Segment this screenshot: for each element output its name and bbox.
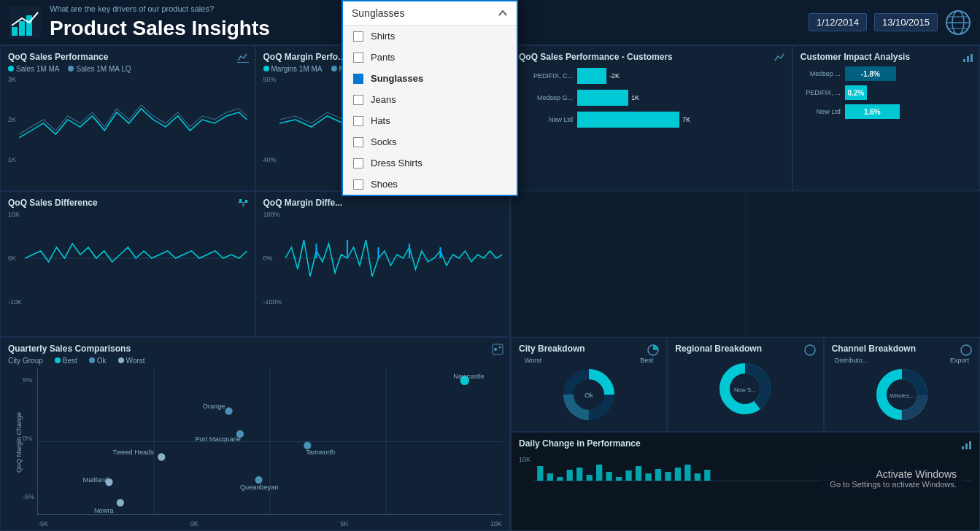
svg-text:Tweed Heads: Tweed Heads (113, 449, 155, 456)
date-end[interactable]: 13/10/2015 (874, 13, 938, 31)
svg-text:Wholes...: Wholes... (890, 392, 914, 399)
svg-rect-85 (704, 470, 710, 481)
svg-point-58 (961, 345, 971, 355)
dropdown-item-socks[interactable]: Socks (343, 131, 517, 152)
svg-rect-13 (245, 200, 247, 202)
svg-rect-10 (238, 202, 248, 203)
dropdown-item-hats[interactable]: Hats (343, 110, 517, 131)
dropdown-header[interactable]: Sunglasses (343, 1, 517, 26)
diff-chart-icon (237, 198, 249, 209)
dropdown-selected-value: Sunglasses (352, 7, 404, 19)
svg-text:Maitland: Maitland (83, 476, 109, 484)
svg-rect-73 (587, 475, 593, 481)
checkbox-pants[interactable] (353, 53, 363, 63)
regional-donut: New S... (675, 360, 815, 418)
dropdown-item-sunglasses[interactable]: Sunglasses (343, 68, 517, 89)
svg-point-42 (117, 499, 124, 506)
dropdown-item-shoes[interactable]: Shoes (343, 174, 517, 195)
header-question: What are the key drivers of our product … (50, 4, 214, 13)
city-breakdown-card: City Breakdown Worst Best (511, 337, 667, 432)
svg-text:Queanbeyan: Queanbeyan (240, 484, 279, 491)
customer-chart-icon (774, 52, 786, 63)
svg-rect-3 (26, 15, 32, 36)
svg-point-23 (499, 346, 501, 349)
svg-text:New S...: New S... (734, 387, 756, 393)
qoq-sales-chart: 3K 2K 1K (8, 76, 247, 163)
qoq-margin-diff-card: QoQ Margin Diffe... 100% 0% -100% (255, 191, 511, 337)
svg-rect-70 (557, 477, 563, 481)
dropdown-item-dress-shirts[interactable]: Dress Shirts (343, 152, 517, 174)
dropdown-item-pants[interactable]: Pants (343, 47, 517, 68)
placeholder-card-1 (511, 191, 746, 337)
legend-sales-ma-lq: Sales 1M MA LQ (76, 65, 131, 73)
date-start[interactable]: 1/12/2014 (809, 13, 867, 31)
qoq-sales-card: QoQ Sales Performance Sales 1M MA Sales … (0, 45, 255, 191)
svg-rect-68 (537, 466, 543, 481)
customer-perf-card: QoQ Sales Performance - Customers PEDIFI… (511, 45, 792, 191)
checkbox-dress-shirts[interactable] (353, 158, 363, 168)
svg-point-38 (255, 476, 262, 484)
bar-pedifix: PEDIFIX, C... -2K (522, 68, 784, 84)
checkbox-socks[interactable] (353, 137, 363, 147)
qoq-margin-diff-chart: 100% 0% -100% (263, 211, 503, 306)
qoq-sales-legend: Sales 1M MA Sales 1M MA LQ (8, 65, 247, 73)
svg-rect-44 (963, 59, 965, 62)
header-controls: 1/12/2014 13/10/2015 (809, 9, 971, 36)
channel-donut: Wholes... (832, 365, 972, 424)
city-breakdown-title: City Breakdown (519, 344, 585, 354)
svg-rect-69 (547, 473, 553, 481)
checkbox-hats[interactable] (353, 116, 363, 126)
channel-chart-icon (960, 344, 972, 356)
quarterly-title: Quarterly Sales Comparisons (8, 344, 502, 354)
impact-icon (962, 52, 973, 63)
qoq-diff-card: QoQ Sales Difference 10K 0K -10K (0, 191, 255, 337)
scatter-legend: City Group Best Ok Worst (8, 357, 502, 365)
svg-rect-64 (962, 446, 964, 449)
svg-rect-75 (606, 472, 611, 481)
svg-point-36 (158, 453, 165, 460)
item-label-dress-shirts: Dress Shirts (371, 158, 423, 168)
svg-rect-77 (625, 470, 631, 481)
activate-title: Activate Windows (830, 468, 957, 480)
regional-breakdown-card: Regional Breakdown New S... (667, 337, 823, 432)
item-label-shoes: Shoes (371, 179, 398, 190)
checkbox-jeans[interactable] (353, 95, 363, 105)
svg-rect-45 (967, 56, 969, 62)
activate-windows-watermark: Activate Windows Go to Settings to activ… (821, 462, 965, 495)
checkbox-shoes[interactable] (353, 179, 363, 190)
item-label-socks: Socks (371, 136, 396, 147)
svg-rect-82 (675, 468, 681, 481)
svg-text:Orange: Orange (203, 403, 225, 410)
city-chart-icon (647, 344, 659, 356)
city-donut: Ok (519, 365, 659, 424)
svg-rect-12 (242, 204, 244, 206)
regional-chart-icon (804, 344, 816, 356)
item-label-sunglasses: Sunglasses (371, 73, 423, 84)
svg-rect-66 (969, 441, 971, 449)
checkbox-shirts[interactable] (353, 31, 363, 42)
breakdown-row: City Breakdown Worst Best (511, 337, 980, 432)
export-icon (492, 344, 503, 355)
daily-chart-icon (960, 439, 972, 451)
svg-rect-72 (576, 468, 582, 481)
header-title: Product Sales Insights (50, 17, 270, 40)
svg-rect-71 (567, 470, 573, 481)
svg-rect-83 (684, 465, 690, 481)
activate-sub: Go to Settings to activate Windows. (830, 480, 957, 489)
customer-bars: PEDIFIX, C... -2K Medsep G... 1K (519, 68, 784, 128)
globe-icon[interactable] (945, 9, 971, 36)
qoq-sales-title: QoQ Sales Performance (8, 52, 247, 62)
item-label-hats: Hats (371, 115, 390, 126)
dropdown-item-jeans[interactable]: Jeans (343, 89, 517, 110)
regional-breakdown-title: Regional Breakdown (675, 344, 762, 354)
impact-rows: Medsep ... -1.8% PEDIFIX, ... 0.2% New L… (800, 66, 972, 119)
svg-rect-11 (239, 199, 242, 202)
dropdown-item-shirts[interactable]: Shirts (343, 26, 517, 47)
right-top-row: QoQ Sales Performance - Customers PEDIFI… (511, 45, 980, 191)
svg-text:Newcastle: Newcastle (453, 372, 485, 379)
svg-rect-1 (12, 27, 18, 36)
customer-impact-card: Customer Impact Analysis Medsep ... -1.8… (792, 45, 980, 191)
item-label-jeans: Jeans (371, 94, 396, 105)
checkbox-sunglasses[interactable] (353, 74, 363, 84)
product-filter-dropdown[interactable]: Sunglasses Shirts Pants Sunglasses Jeans… (342, 0, 518, 196)
